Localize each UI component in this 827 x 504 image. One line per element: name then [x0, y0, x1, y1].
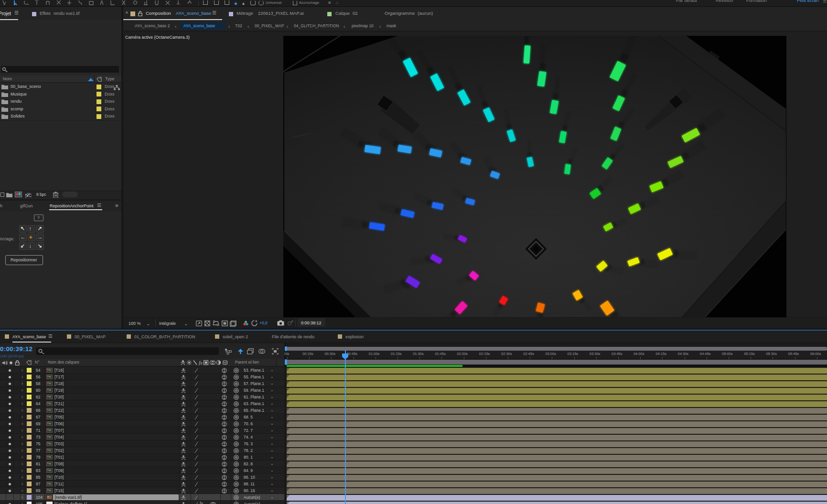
svg-text:fx: fx: [199, 360, 203, 365]
